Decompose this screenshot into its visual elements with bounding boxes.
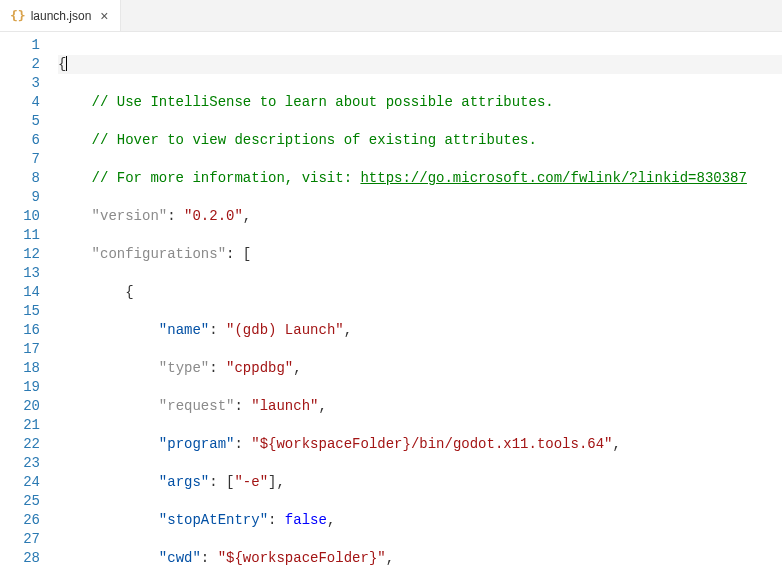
line-number: 14 [0, 283, 40, 302]
line-number: 11 [0, 226, 40, 245]
tab-launch-json[interactable]: {} launch.json × [0, 0, 121, 31]
line-number: 13 [0, 264, 40, 283]
close-icon[interactable]: × [96, 8, 112, 24]
json-key: "request" [159, 398, 235, 414]
json-key: "configurations" [92, 246, 226, 262]
json-icon: {} [10, 8, 26, 23]
line-number: 24 [0, 473, 40, 492]
comment: // Use IntelliSense to learn about possi… [92, 94, 554, 110]
json-string: "(gdb) Launch" [226, 322, 344, 338]
line-number: 4 [0, 93, 40, 112]
line-number: 16 [0, 321, 40, 340]
json-string: "${workspaceFolder}" [218, 550, 386, 566]
line-number: 26 [0, 511, 40, 530]
json-string: "0.2.0" [184, 208, 243, 224]
line-number: 12 [0, 245, 40, 264]
line-number: 15 [0, 302, 40, 321]
line-number: 28 [0, 549, 40, 567]
json-key: "name" [159, 322, 209, 338]
comment: // Hover to view descriptions of existin… [92, 132, 537, 148]
json-key: "args" [159, 474, 209, 490]
line-number: 2 [0, 55, 40, 74]
code-content[interactable]: { // Use IntelliSense to learn about pos… [58, 32, 782, 567]
line-number: 19 [0, 378, 40, 397]
line-number: 7 [0, 150, 40, 169]
json-key: "stopAtEntry" [159, 512, 268, 528]
code-editor[interactable]: 1234567891011121314151617181920212223242… [0, 32, 782, 567]
json-string: "launch" [251, 398, 318, 414]
line-number: 25 [0, 492, 40, 511]
line-number-gutter: 1234567891011121314151617181920212223242… [0, 32, 58, 567]
line-number: 5 [0, 112, 40, 131]
line-number: 3 [0, 74, 40, 93]
line-number: 23 [0, 454, 40, 473]
json-key: "type" [159, 360, 209, 376]
line-number: 1 [0, 36, 40, 55]
text-cursor [66, 56, 67, 71]
json-string: "${workspaceFolder}/bin/godot.x11.tools.… [251, 436, 612, 452]
json-key: "version" [92, 208, 168, 224]
line-number: 18 [0, 359, 40, 378]
line-number: 8 [0, 169, 40, 188]
line-number: 10 [0, 207, 40, 226]
json-key: "cwd" [159, 550, 201, 566]
json-string: "cppdbg" [226, 360, 293, 376]
line-number: 27 [0, 530, 40, 549]
comment: // For more information, visit: [92, 170, 361, 186]
line-number: 6 [0, 131, 40, 150]
line-number: 9 [0, 188, 40, 207]
comment-url[interactable]: https://go.microsoft.com/fwlink/?linkid=… [360, 170, 746, 186]
tab-label: launch.json [31, 9, 92, 23]
line-number: 21 [0, 416, 40, 435]
json-string: "-e" [234, 474, 268, 490]
json-key: "program" [159, 436, 235, 452]
line-number: 17 [0, 340, 40, 359]
json-bool: false [285, 512, 327, 528]
line-number: 22 [0, 435, 40, 454]
line-number: 20 [0, 397, 40, 416]
tab-bar: {} launch.json × [0, 0, 782, 32]
